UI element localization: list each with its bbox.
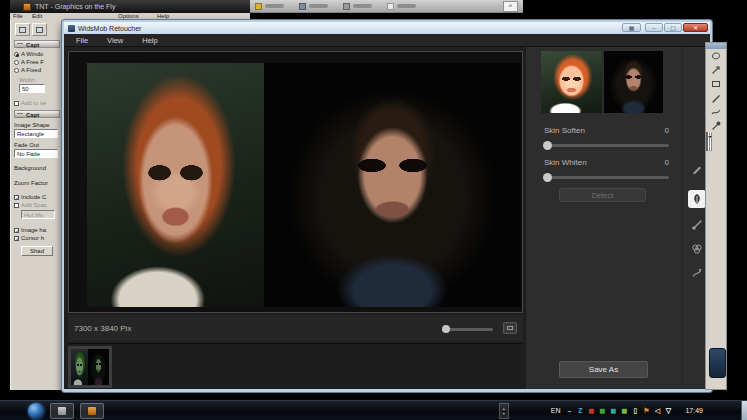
docked-window-edge [709,348,726,378]
retoucher-menu-file[interactable]: File [76,36,88,45]
toolbar-item[interactable] [387,3,416,10]
close-button[interactable]: ✕ [683,23,708,32]
fit-to-screen-button[interactable] [503,322,517,334]
tnt-width-input[interactable]: 50 [19,84,45,93]
maximize-button[interactable]: ▢ [664,23,682,32]
tray-icon[interactable]: ◼ [598,407,606,415]
canvas-zoom-slider[interactable] [443,328,493,331]
tray-icon[interactable]: ◼ [620,407,628,415]
retoucher-window: WidsMob Retoucher ▦ – ▢ ✕ File View Help… [62,20,712,392]
tray-icons: –Z◼◼◼◼▯⚑◁▽ [565,407,672,415]
eyedropper-tool-icon[interactable] [706,119,726,133]
tnt-checkbox-add-to[interactable]: Add to se [14,100,62,106]
tnt-menu-file[interactable]: File [13,13,23,20]
arrow-tool-icon[interactable] [706,63,726,77]
canvas-statusbar: 7300 x 3840 Pix [68,315,523,341]
tnt-toolbar-button-1[interactable] [15,23,30,36]
toolbar-item-label [265,4,284,8]
retoucher-menu-help[interactable]: Help [142,36,157,45]
image-size-status: 7300 x 3840 Pix [74,324,131,333]
toolbar-item-label [397,4,416,8]
curve-tool-icon[interactable] [706,105,726,119]
clone-tool-icon[interactable] [690,266,704,280]
checkbox-icon [14,236,19,241]
tnt-window-titlebar[interactable]: TNT - Graphics on the Fly [10,0,250,13]
tnt-fade-out-select[interactable]: No Fade [14,149,58,158]
toolbar-item[interactable] [299,3,328,10]
tnt-checkbox-cursor-has[interactable]: Cursor h [14,235,62,241]
tnt-radio-a-window[interactable]: A Windo [14,51,62,57]
skin-whiten-slider-handle[interactable] [543,173,552,182]
tray-icon[interactable]: Z [576,407,584,415]
titlebar-extra-button[interactable]: ▦ [622,23,641,32]
tray-icon[interactable]: ▽ [664,407,672,415]
tnt-checkbox-add-space[interactable]: Add Spac [14,202,62,208]
tray-icon[interactable]: ◁ [653,407,661,415]
tnt-image-shape-label: Image Shape [14,122,62,128]
skin-whiten-slider[interactable] [544,176,669,179]
skin-leaf-tool-icon[interactable] [688,190,706,208]
tray-expander-button[interactable]: ▴▾ [499,403,509,419]
photo-canvas[interactable] [68,51,523,313]
pencil-line-tool-icon[interactable] [706,91,726,105]
brush-tool-icon[interactable] [690,218,704,232]
tray-icon[interactable]: ▯ [631,407,639,415]
minimize-button[interactable]: – [645,23,663,32]
tnt-window-title: TNT - Graphics on the Fly [35,3,115,10]
tnt-radio-a-fixed-size[interactable]: A Fixed [14,67,62,73]
tnt-app-icon [23,3,31,11]
tnt-checkbox-include[interactable]: Include C [14,194,62,200]
retoucher-body: 7300 x 3840 Pix Skin Soften 0 [64,47,710,389]
tnt-menu-help[interactable]: Help [157,13,169,20]
rectangle-tool-icon[interactable] [706,77,726,91]
palette-disabled-button-2[interactable] [710,132,712,151]
language-indicator[interactable]: EN [551,407,561,414]
save-as-button[interactable]: Save As [559,361,648,378]
tray-icon[interactable]: ⚑ [642,407,650,415]
tnt-checkbox-image-has[interactable]: Image ha [14,227,62,233]
toolbar-collapse-button[interactable]: ^ [503,1,518,12]
toolbar-item[interactable] [255,3,284,10]
tnt-toolbar-button-2[interactable] [32,23,47,36]
desktop: TNT - Graphics on the Fly File Edit Opti… [0,0,747,420]
tnt-app-icon [88,407,96,415]
tnt-group-header-capture-area[interactable]: Capt [14,40,60,48]
skin-soften-slider-handle[interactable] [543,141,552,150]
skin-soften-slider[interactable] [544,144,669,147]
tnt-hot-select[interactable]: Hot Mo [21,210,55,219]
tnt-group-header-capture[interactable]: Capt [14,110,60,118]
pencil-tool-icon[interactable] [690,162,704,176]
tnt-radio-a-free-form[interactable]: A Free F [14,59,62,65]
start-button[interactable] [28,403,44,419]
skin-soften-label: Skin Soften [544,126,585,135]
tray-icon[interactable]: ◼ [609,407,617,415]
tray-icon[interactable]: – [565,407,573,415]
taskbar-clock[interactable]: 17:49 [685,407,703,414]
toolbar-item[interactable] [343,3,372,10]
taskbar-app-button-1[interactable] [50,403,74,419]
retoucher-titlebar[interactable]: WidsMob Retoucher ▦ – ▢ ✕ [64,22,710,34]
tnt-image-shape-select[interactable]: Rectangle [14,129,58,138]
tnt-capture-panel: Capt A Windo A Free F A Fixed Width: 50 … [10,20,62,390]
taskbar-app-button-2[interactable] [80,403,104,419]
tnt-shadow-button[interactable]: Shad [21,246,53,256]
retoucher-menubar: File View Help [64,34,710,47]
before-thumbnail-woman[interactable] [541,51,602,113]
filmstrip-thumbnail-selected[interactable] [68,346,112,388]
lasso-tool-icon[interactable] [706,49,726,63]
tnt-menu-edit[interactable]: Edit [32,13,42,20]
retoucher-menu-view[interactable]: View [107,36,123,45]
show-desktop-button[interactable] [741,401,747,420]
capture-icon [255,3,262,10]
help-icon [299,3,306,10]
tnt-menu-options[interactable]: Options [118,13,139,20]
before-thumbnail-man[interactable] [604,51,663,113]
detect-button[interactable]: Detect [559,188,646,202]
zoom-slider-handle[interactable] [442,325,450,333]
tray-icon[interactable]: ◼ [587,407,595,415]
color-wheel-tool-icon[interactable] [690,242,704,256]
checkbox-icon [14,228,19,233]
color-swatch[interactable] [706,132,708,151]
checkbox-icon [14,195,19,200]
settings-icon [343,3,350,10]
